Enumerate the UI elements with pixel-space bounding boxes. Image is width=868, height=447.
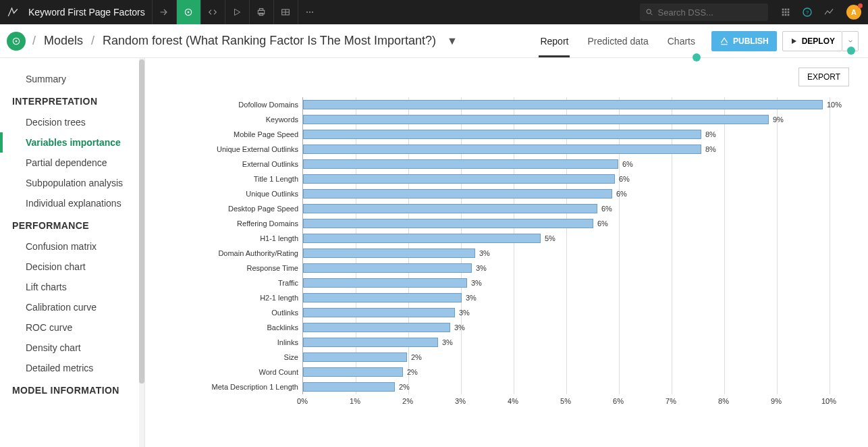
axis-tick-label: 3% [455, 397, 466, 405]
axis-tick-label: 4% [508, 397, 518, 405]
chart-row: Traffic3% [184, 275, 849, 290]
svg-rect-16 [782, 14, 784, 16]
avatar[interactable]: A [846, 5, 861, 20]
publish-button[interactable]: PUBLISH [711, 31, 777, 51]
breadcrumb-sep: / [88, 34, 97, 48]
publish-label: PUBLISH [733, 36, 769, 46]
svg-rect-3 [260, 9, 263, 11]
breadcrumb-sep: / [30, 34, 38, 48]
tab-predicted-data[interactable]: Predicted data [578, 24, 657, 57]
chart-category-label: Response Time [184, 264, 302, 272]
chart-bar [303, 263, 472, 273]
chart-value-label: 6% [616, 190, 627, 198]
global-search[interactable] [640, 3, 768, 21]
svg-rect-14 [785, 11, 787, 14]
sidebar-item-roc-curve[interactable]: ROC curve [0, 317, 144, 338]
chart-value-label: 6% [601, 205, 612, 213]
chart-row: Keywords9% [184, 112, 849, 127]
sidebar-item-lift-charts[interactable]: Lift charts [0, 277, 144, 297]
breadcrumb-model-name[interactable]: Random forest (What Ranking Factor Is Th… [97, 34, 441, 48]
chart-bar [303, 293, 462, 303]
sidebar-item-variables-importance[interactable]: Variables importance [0, 132, 144, 153]
svg-rect-17 [785, 14, 787, 16]
svg-point-9 [647, 9, 651, 14]
chart-category-label: External Outlinks [184, 160, 302, 168]
chart-bar [303, 382, 395, 392]
chart-bar [303, 338, 438, 347]
chart-row: H1-1 length5% [184, 231, 849, 246]
sidebar-item-individual-explanations[interactable]: Individual explanations [0, 193, 144, 213]
sidebar-item-confusion-matrix[interactable]: Confusion matrix [0, 236, 144, 257]
sidebar-item-density-chart[interactable]: Density chart [0, 338, 144, 358]
chart-bar [303, 248, 475, 258]
sidebar-item-subpopulation[interactable]: Subpopulation analysis [0, 173, 144, 193]
sidebar-item-decision-chart[interactable]: Decision chart [0, 257, 144, 277]
axis-tick-label: 0% [297, 397, 308, 405]
tab-charts[interactable]: Charts [658, 24, 705, 57]
chart-value-label: 2% [399, 383, 410, 391]
chart-category-label: Inlinks [184, 338, 302, 346]
activity-icon[interactable] [818, 7, 840, 18]
chart-bar [303, 219, 593, 228]
svg-rect-11 [785, 9, 787, 11]
chart-category-label: Title 1 Length [184, 175, 302, 183]
chart-row: Dofollow Domains10% [184, 97, 849, 112]
deploy-button[interactable]: DEPLOY [782, 31, 842, 51]
axis-tick-label: 5% [560, 397, 571, 405]
share-icon[interactable] [152, 0, 176, 24]
sidebar-item-decision-trees[interactable]: Decision trees [0, 112, 144, 132]
chart-category-label: Word Count [184, 368, 302, 376]
chart-bar [303, 130, 701, 139]
chart-value-label: 3% [479, 249, 490, 257]
export-button[interactable]: EXPORT [798, 68, 849, 86]
tab-report[interactable]: Report [531, 24, 578, 57]
chart-value-label: 10% [827, 101, 842, 109]
help-icon[interactable]: ? [796, 7, 818, 18]
play-icon[interactable] [225, 0, 249, 24]
chart-value-label: 5% [545, 234, 555, 242]
sidebar-header-performance: PERFORMANCE [0, 213, 144, 236]
chart-value-label: 6% [619, 175, 630, 183]
chart-category-label: Domain Authority/Rating [184, 249, 302, 257]
chart-category-label: Size [184, 353, 302, 361]
sidebar-header-model-info: MODEL INFORMATION [0, 378, 144, 401]
chart-bar [303, 204, 597, 213]
axis-tick-label: 10% [821, 397, 836, 405]
sidebar-item-calibration-curve[interactable]: Calibration curve [0, 297, 144, 317]
sidebar-scrollbar[interactable] [139, 58, 144, 447]
deploy-icon [790, 37, 798, 45]
chart-bar [303, 234, 541, 243]
chart-value-label: 3% [471, 279, 482, 287]
sidebar-header-interpretation: INTERPRETATION [0, 89, 144, 112]
chart-bar [303, 308, 455, 317]
code-icon[interactable] [200, 0, 225, 24]
print-icon[interactable] [249, 0, 273, 24]
chart-value-label: 3% [476, 264, 487, 272]
chart-row: Outlinks3% [184, 305, 849, 320]
chart-category-label: Keywords [184, 115, 302, 124]
chart-category-label: Dofollow Domains [184, 101, 302, 109]
axis-tick-label: 2% [402, 397, 413, 405]
chart-value-label: 8% [705, 130, 716, 138]
table-icon[interactable] [273, 0, 298, 24]
chart-bar [303, 174, 615, 184]
flow-home-icon[interactable] [7, 32, 26, 51]
sidebar-item-partial-dependence[interactable]: Partial dependence [0, 153, 144, 173]
chart-row: Meta Description 1 Length2% [184, 379, 849, 394]
chart-category-label: Traffic [184, 279, 302, 287]
more-icon[interactable] [298, 0, 322, 24]
deploy-dropdown[interactable] [842, 31, 859, 51]
breadcrumb-models[interactable]: Models [38, 34, 88, 48]
chevron-down-icon[interactable]: ▼ [447, 35, 458, 47]
chart-row: Unique External Outlinks8% [184, 142, 849, 157]
chart-row: Reffering Domains6% [184, 216, 849, 231]
flow-icon[interactable] [176, 0, 200, 24]
apps-icon[interactable] [775, 7, 796, 18]
sidebar-item-summary[interactable]: Summary [0, 69, 144, 89]
svg-point-8 [312, 11, 313, 13]
search-input[interactable] [658, 7, 763, 18]
chart-row: Backlinks3% [184, 320, 849, 335]
deploy-label: DEPLOY [802, 36, 835, 46]
chart-value-label: 8% [705, 145, 716, 153]
sidebar-item-detailed-metrics[interactable]: Detailed metrics [0, 358, 144, 378]
